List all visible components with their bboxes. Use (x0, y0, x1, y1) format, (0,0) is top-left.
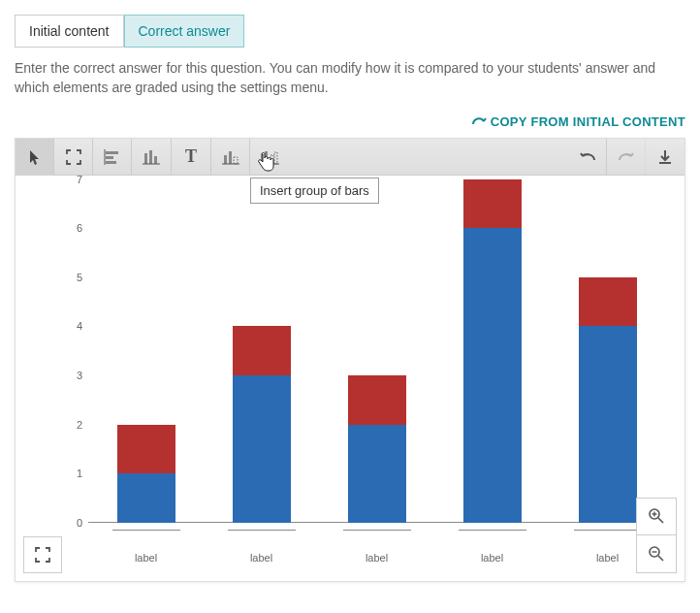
bar-group[interactable] (348, 375, 406, 523)
y-tick-label: 2 (69, 419, 82, 431)
zoom-controls (636, 498, 677, 573)
zoom-in-icon (648, 507, 665, 525)
y-tick-label: 0 (69, 517, 82, 529)
y-tick-label: 5 (69, 272, 82, 283)
svg-rect-5 (149, 150, 152, 164)
fullscreen-icon (66, 149, 81, 165)
redo-icon (618, 150, 635, 164)
x-axis-label: label (233, 552, 291, 564)
tool-vertical-bar[interactable] (132, 139, 171, 176)
y-tick-label: 4 (69, 320, 82, 332)
tool-undo[interactable] (568, 139, 607, 176)
svg-rect-12 (261, 154, 264, 164)
zoom-out-button[interactable] (637, 535, 676, 572)
tab-initial-content[interactable]: Initial content (15, 15, 124, 48)
bar-segment-blue[interactable] (117, 473, 175, 523)
y-tick-label: 1 (69, 468, 82, 479)
x-tick (228, 530, 296, 531)
bar-segment-red[interactable] (233, 326, 291, 375)
bar-segment-blue[interactable] (233, 375, 291, 523)
zoom-in-button[interactable] (637, 499, 676, 535)
bar-group[interactable] (579, 277, 637, 523)
svg-rect-1 (106, 156, 113, 159)
bar-segment-red[interactable] (348, 375, 406, 425)
x-axis-label: label (348, 552, 406, 564)
bar-segment-red[interactable] (463, 179, 522, 229)
svg-rect-0 (106, 151, 118, 154)
svg-rect-9 (229, 151, 232, 164)
bar-group[interactable] (463, 179, 522, 523)
x-tick (574, 530, 642, 531)
bar-group[interactable] (117, 425, 175, 523)
svg-rect-14 (270, 155, 273, 164)
svg-rect-13 (265, 151, 268, 164)
svg-line-18 (658, 518, 663, 523)
bar-segment-blue[interactable] (463, 228, 522, 522)
y-tick-label: 6 (69, 222, 82, 234)
x-axis-label: label (117, 552, 175, 564)
svg-rect-15 (274, 152, 277, 164)
x-tick (459, 530, 526, 531)
group-bar-icon (260, 149, 279, 165)
hbar-icon (104, 149, 121, 165)
cursor-icon (27, 148, 43, 166)
tooltip: Insert group of bars (250, 177, 379, 204)
zoom-out-icon (648, 545, 665, 563)
svg-rect-6 (154, 156, 157, 164)
y-tick-label: 3 (69, 370, 82, 381)
bar-segment-red[interactable] (579, 277, 637, 327)
vbar-icon (143, 149, 160, 165)
single-bar-icon (222, 149, 239, 165)
help-text: Enter the correct answer for this questi… (15, 59, 685, 97)
tool-insert-single-bar[interactable] (211, 139, 250, 176)
copy-from-initial-link[interactable]: COPY FROM INITIAL CONTENT (471, 114, 685, 129)
x-axis-label: label (579, 552, 637, 564)
tool-redo[interactable] (607, 139, 646, 176)
chart-canvas[interactable]: 01234567 labellabellabellabellabel (16, 176, 684, 581)
fullscreen-button[interactable] (23, 536, 62, 573)
tool-text[interactable]: T (172, 139, 210, 176)
x-axis-label: label (463, 552, 522, 564)
tool-insert-group-bars[interactable]: Insert group of bars (250, 139, 289, 176)
bar-segment-blue[interactable] (348, 425, 406, 523)
tool-select[interactable] (16, 139, 54, 176)
tab-correct-answer[interactable]: Correct answer (124, 15, 245, 48)
toolbar: T Insert group of bars (16, 139, 684, 176)
y-tick-label: 7 (69, 174, 82, 185)
tool-fullscreen[interactable] (54, 139, 93, 176)
bar-segment-red[interactable] (117, 425, 175, 474)
tab-bar: Initial content Correct answer (15, 15, 685, 48)
tool-horizontal-bar[interactable] (93, 139, 132, 176)
x-tick (343, 530, 411, 531)
chart-editor: T Insert group of bars 01234567 labellab… (15, 138, 685, 582)
svg-rect-10 (234, 157, 238, 164)
redo-arrow-icon (471, 115, 487, 129)
download-icon (657, 149, 673, 165)
svg-rect-8 (224, 155, 227, 164)
text-icon: T (185, 146, 197, 167)
copy-link-label: COPY FROM INITIAL CONTENT (491, 114, 685, 129)
svg-line-22 (658, 556, 663, 561)
bar-group[interactable] (233, 326, 291, 522)
bar-segment-blue[interactable] (579, 326, 637, 522)
tool-download[interactable] (646, 139, 684, 176)
undo-icon (579, 150, 596, 164)
fullscreen-icon (35, 547, 50, 563)
svg-rect-2 (106, 161, 116, 164)
x-tick (112, 530, 180, 531)
svg-rect-4 (144, 153, 147, 164)
